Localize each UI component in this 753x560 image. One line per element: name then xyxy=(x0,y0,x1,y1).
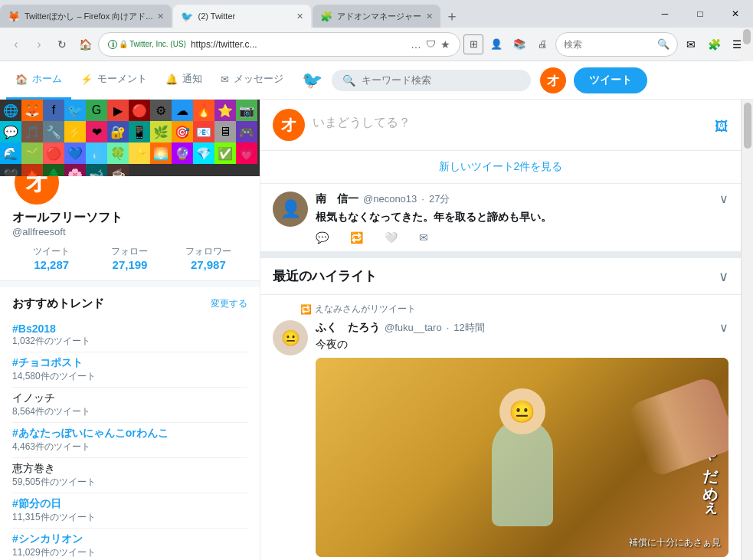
trend-name: 恵方巻き xyxy=(12,462,247,476)
compose-input[interactable]: いまどうしてる？ xyxy=(313,109,707,131)
moments-icon: ⚡ xyxy=(80,74,93,85)
reply-button[interactable]: 💬 xyxy=(316,231,329,244)
nav-messages-label: メッセージ xyxy=(234,72,283,86)
nav-moments[interactable]: ⚡ モーメント xyxy=(71,61,156,100)
tweet-text: 根気もなくなってきた。年を取ると諦めも早い。 xyxy=(316,209,728,225)
tab-switcher-icon[interactable]: ⊞ xyxy=(463,34,483,54)
forward-button[interactable]: › xyxy=(29,34,49,54)
highlight-tweet-text: 今夜の xyxy=(316,338,728,352)
highlight-tweet-body: ふく たろう @fuku__taro · 12時間 ∨ 今夜の xyxy=(316,320,728,557)
dm-button[interactable]: ✉ xyxy=(419,231,428,244)
retweet-button[interactable]: 🔁 xyxy=(350,231,363,244)
trend-name: #チョコポスト xyxy=(12,356,247,370)
tab1-favicon: 🦊 xyxy=(8,11,20,22)
search-bar[interactable]: 🔍 xyxy=(555,32,678,57)
followers-stat[interactable]: フォロワー 27,987 xyxy=(169,245,247,271)
scrollbar xyxy=(741,28,753,61)
profile-banner: 🌐 🦊 f 🐦 G ▶ 🔴 ⚙ ☁ 🔥 ⭐ 📷 💬 🎵 xyxy=(0,100,260,176)
tweet-actions: 💬 🔁 🤍 ✉ xyxy=(316,231,728,244)
maximize-button[interactable]: □ xyxy=(683,0,718,28)
trend-item-1[interactable]: #チョコポスト 14,580件のツイート xyxy=(12,352,247,388)
highlight-collapse-button[interactable]: ∨ xyxy=(719,268,728,285)
tweet-handle[interactable]: @necono13 xyxy=(363,193,417,205)
minimize-button[interactable]: ─ xyxy=(647,0,683,28)
highlight-tweet-name[interactable]: ふく たろう xyxy=(316,321,380,335)
highlight-tweet-handle[interactable]: @fuku__taro xyxy=(385,322,442,333)
tab-bar: 🦊 Twitterぼかし – Firefox 向けアド... ✕ 🐦 (2) T… xyxy=(0,0,753,28)
customize-icon[interactable]: 👤 xyxy=(486,34,506,54)
library-icon[interactable]: 📚 xyxy=(509,34,529,54)
tab-1[interactable]: 🦊 Twitterぼかし – Firefox 向けアド... ✕ xyxy=(0,5,172,28)
trend-name: #節分の日 xyxy=(12,497,247,511)
trend-count: 1,032件のツイート xyxy=(12,335,247,348)
secure-indicator: ℹ 🔒 Twitter, Inc. (US) xyxy=(108,40,186,49)
compose-avatar: オ xyxy=(273,109,305,141)
back-button[interactable]: ‹ xyxy=(6,34,26,54)
sidebar: 🌐 🦊 f 🐦 G ▶ 🔴 ⚙ ☁ 🔥 ⭐ 📷 💬 🎵 xyxy=(0,100,260,560)
addon-icon[interactable]: 🧩 xyxy=(704,34,724,54)
window-controls: ─ □ ✕ xyxy=(647,0,753,28)
scrollbar-thumb[interactable] xyxy=(744,103,751,149)
tab2-close[interactable]: ✕ xyxy=(296,11,303,21)
tweet-dot: · xyxy=(421,193,424,205)
trends-header: おすすめトレンド 変更する xyxy=(12,296,247,311)
highlight-title: 最近のハイライト xyxy=(273,267,377,285)
highlight-tweet: 🔁 えなみさんがリツイート 😐 ふく たろう xyxy=(260,295,741,560)
compose-image-button[interactable]: 🖼 xyxy=(715,119,728,135)
bell-icon: 🔔 xyxy=(165,74,178,85)
home-button[interactable]: 🏠 xyxy=(75,34,95,54)
tweet-time: 27分 xyxy=(429,192,450,206)
tweet-button[interactable]: ツイート xyxy=(574,67,647,93)
tweets-stat[interactable]: ツイート 12,287 xyxy=(12,245,90,271)
tab3-close[interactable]: ✕ xyxy=(426,11,433,21)
print-icon[interactable]: 🖨 xyxy=(532,34,552,54)
lock-icon: 🔒 xyxy=(119,40,128,48)
email-icon[interactable]: ✉ xyxy=(681,34,701,54)
search-icon: 🔍 xyxy=(657,38,670,50)
following-value: 27,199 xyxy=(113,258,148,271)
tweet-more-button[interactable]: ∨ xyxy=(719,192,728,206)
reload-button[interactable]: ↻ xyxy=(52,34,72,54)
twitter-page: 🏠 ホーム ⚡ モーメント 🔔 通知 ✉ メッセージ 🐦 🔍 xyxy=(0,61,753,560)
trend-item-5[interactable]: #節分の日 11,315件のツイート xyxy=(12,493,247,529)
tab-2[interactable]: 🐦 (2) Twitter ✕ xyxy=(173,5,311,28)
url-bar[interactable]: ℹ 🔒 Twitter, Inc. (US) https://twitter.c… xyxy=(98,32,460,57)
feed: オ いまどうしてる？ 🖼 新しいツイート2件を見る 👤 南 信一 xyxy=(260,100,741,560)
retweet-icon: 🔁 xyxy=(300,304,312,315)
nav-home-label: ホーム xyxy=(32,72,62,86)
tab3-title: アドオンマネージャー xyxy=(337,11,421,22)
tweet-avatar[interactable]: 👤 xyxy=(273,192,308,227)
new-tweets-bar[interactable]: 新しいツイート2件を見る xyxy=(260,151,741,184)
nav-messages[interactable]: ✉ メッセージ xyxy=(211,61,293,100)
following-stat[interactable]: フォロー 27,199 xyxy=(90,245,169,271)
home-icon: 🏠 xyxy=(15,74,28,85)
trend-item-3[interactable]: #あなたっぽいにゃんこorわんこ 4,463件のツイート xyxy=(12,423,247,458)
search-input[interactable] xyxy=(564,39,653,50)
tab-3[interactable]: 🧩 アドオンマネージャー ✕ xyxy=(313,5,440,28)
mail-icon: ✉ xyxy=(221,74,229,85)
tab1-close[interactable]: ✕ xyxy=(157,11,164,21)
browser-window: 🦊 Twitterぼかし – Firefox 向けアド... ✕ 🐦 (2) T… xyxy=(0,0,753,560)
trend-item-2[interactable]: イノッチ 8,564件のツイート xyxy=(12,388,247,423)
trend-item-4[interactable]: 恵方巻き 59,505件のツイート xyxy=(12,458,247,493)
tweet-body: 南 信一 @necono13 · 27分 ∨ 根気もなくなってきた。年を取ると諦… xyxy=(316,192,728,244)
trend-item-0[interactable]: #Bs2018 1,032件のツイート xyxy=(12,319,247,352)
highlight-tweet-avatar[interactable]: 😐 xyxy=(273,320,308,355)
nav-home[interactable]: 🏠 ホーム xyxy=(6,61,71,100)
nav-user-avatar[interactable]: オ xyxy=(540,67,566,93)
twitter-search-box[interactable]: 🔍 xyxy=(332,70,531,91)
url-more-button[interactable]: … xyxy=(411,38,421,51)
close-button[interactable]: ✕ xyxy=(718,0,753,28)
highlight-tweet-more[interactable]: ∨ xyxy=(719,320,728,335)
trend-item-6[interactable]: #シンカリオン 11,029件のツイート xyxy=(12,529,247,560)
star-icon[interactable]: ★ xyxy=(440,38,450,51)
retweet-label: 🔁 えなみさんがリツイート xyxy=(300,303,728,316)
nav-notifications[interactable]: 🔔 通知 xyxy=(156,61,211,100)
page-scrollbar[interactable] xyxy=(741,100,753,560)
trends-change-button[interactable]: 変更する xyxy=(211,297,247,310)
twitter-search-input[interactable] xyxy=(362,74,520,86)
like-button[interactable]: 🤍 xyxy=(385,231,398,244)
tweet-name[interactable]: 南 信一 xyxy=(316,192,358,206)
new-tab-button[interactable]: ＋ xyxy=(440,5,463,28)
tweet-card: 👤 南 信一 @necono13 · 27分 ∨ xyxy=(260,184,741,252)
